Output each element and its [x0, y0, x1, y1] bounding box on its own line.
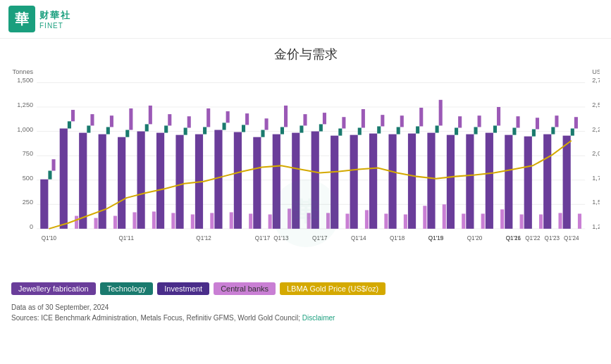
- svg-rect-64: [230, 212, 233, 228]
- svg-rect-65: [234, 132, 242, 229]
- svg-rect-66: [242, 125, 245, 132]
- svg-text:2,250: 2,250: [592, 126, 600, 133]
- svg-rect-40: [113, 216, 117, 229]
- svg-text:1,000: 1,000: [17, 126, 33, 133]
- svg-rect-123: [516, 116, 519, 127]
- svg-rect-78: [300, 125, 303, 132]
- svg-rect-96: [384, 214, 388, 229]
- svg-rect-31: [71, 110, 75, 121]
- svg-rect-110: [455, 127, 458, 134]
- svg-rect-38: [106, 127, 110, 134]
- header: 華 财華社 FINET: [0, 0, 611, 39]
- sources-line: Sources: ICE Benchmark Administration, M…: [11, 313, 600, 323]
- svg-text:Q1'10: Q1'10: [42, 235, 57, 241]
- svg-rect-100: [404, 215, 407, 229]
- legend-central-label: Central banks: [221, 284, 269, 293]
- disclaimer-link[interactable]: Disclaimer: [302, 314, 335, 322]
- svg-rect-74: [280, 127, 284, 134]
- svg-text:Q1'13: Q1'13: [273, 235, 289, 241]
- svg-rect-102: [416, 126, 419, 133]
- svg-text:Q1'24: Q1'24: [564, 235, 579, 241]
- svg-rect-59: [206, 108, 210, 127]
- legend-jewellery: Jewellery fabrication: [11, 282, 96, 295]
- chart-section: 金价与需求 華 Tonnes 1,500 1,250 1,000 750 500…: [0, 39, 611, 278]
- main-container: 華 财華社 FINET 金价与需求 華 Tonnes 1,500 1,250: [0, 0, 611, 364]
- svg-rect-117: [486, 133, 493, 229]
- legend-investment: Investment: [157, 282, 209, 295]
- svg-rect-92: [365, 210, 369, 228]
- svg-rect-48: [152, 211, 156, 228]
- svg-text:1,250: 1,250: [592, 223, 600, 230]
- brand-cn: 财華社: [39, 9, 71, 22]
- svg-text:Q1'18: Q1'18: [390, 235, 405, 241]
- legend-central: Central banks: [214, 282, 276, 295]
- svg-rect-135: [574, 117, 578, 128]
- svg-rect-36: [94, 218, 98, 229]
- svg-text:Q1'11: Q1'11: [119, 235, 135, 241]
- svg-text:Q1'22: Q1'22: [525, 235, 541, 241]
- svg-text:250: 250: [23, 199, 33, 206]
- svg-text:2,750: 2,750: [592, 77, 600, 84]
- svg-text:Q1'20: Q1'20: [467, 235, 483, 241]
- svg-rect-79: [303, 114, 307, 125]
- svg-rect-103: [419, 108, 423, 126]
- legend-technology: Technology: [100, 282, 154, 295]
- svg-text:Q1'21: Q1'21: [506, 235, 521, 241]
- svg-rect-33: [79, 133, 87, 229]
- svg-rect-72: [269, 215, 272, 229]
- svg-rect-87: [342, 117, 345, 128]
- svg-rect-124: [520, 215, 524, 229]
- svg-rect-120: [500, 209, 504, 228]
- svg-rect-134: [571, 128, 574, 135]
- svg-rect-125: [524, 137, 532, 229]
- svg-rect-44: [132, 212, 136, 228]
- svg-rect-95: [381, 115, 384, 126]
- svg-rect-131: [555, 115, 558, 127]
- svg-text:500: 500: [23, 175, 33, 182]
- svg-text:US$/oz: US$/oz: [592, 68, 600, 75]
- svg-rect-37: [99, 134, 106, 229]
- svg-rect-132: [558, 213, 562, 228]
- brand-text: 财華社 FINET: [39, 9, 71, 30]
- svg-rect-35: [90, 114, 94, 125]
- svg-rect-104: [423, 206, 426, 229]
- svg-rect-56: [191, 215, 195, 229]
- svg-rect-50: [164, 125, 168, 132]
- svg-text:750: 750: [23, 150, 33, 157]
- svg-rect-106: [436, 125, 439, 132]
- svg-rect-101: [408, 134, 416, 229]
- logo-char: 華: [15, 10, 29, 29]
- svg-rect-114: [474, 127, 477, 134]
- svg-rect-98: [397, 127, 400, 134]
- chart-wrapper: 華 Tonnes 1,500 1,250 1,000 750 500 250 0…: [11, 65, 600, 277]
- svg-rect-126: [532, 130, 536, 137]
- svg-rect-71: [265, 118, 269, 130]
- svg-rect-47: [149, 106, 152, 124]
- svg-rect-77: [292, 133, 300, 229]
- legend-technology-label: Technology: [107, 284, 147, 293]
- svg-rect-127: [536, 118, 539, 129]
- svg-rect-49: [156, 133, 164, 229]
- svg-rect-68: [249, 214, 252, 229]
- svg-rect-62: [223, 123, 226, 130]
- svg-rect-84: [326, 213, 330, 228]
- svg-rect-75: [284, 106, 288, 127]
- svg-text:1,500: 1,500: [17, 77, 33, 84]
- legend-lbma-label: LBMA Gold Price (US$/oz): [287, 284, 378, 293]
- svg-rect-63: [226, 111, 230, 123]
- svg-rect-113: [466, 134, 474, 229]
- svg-rect-29: [60, 128, 68, 228]
- svg-rect-129: [543, 134, 551, 229]
- svg-rect-76: [288, 208, 291, 228]
- data-as-of: Data as of 30 September, 2024: [11, 302, 600, 313]
- svg-rect-122: [512, 127, 516, 134]
- svg-rect-53: [175, 135, 183, 229]
- svg-rect-108: [443, 204, 446, 229]
- svg-rect-42: [125, 130, 129, 137]
- brand-en: FINET: [39, 22, 71, 30]
- svg-rect-128: [539, 215, 543, 229]
- svg-rect-39: [110, 115, 113, 127]
- svg-rect-115: [478, 115, 481, 127]
- svg-rect-26: [48, 170, 51, 179]
- svg-rect-43: [129, 108, 132, 130]
